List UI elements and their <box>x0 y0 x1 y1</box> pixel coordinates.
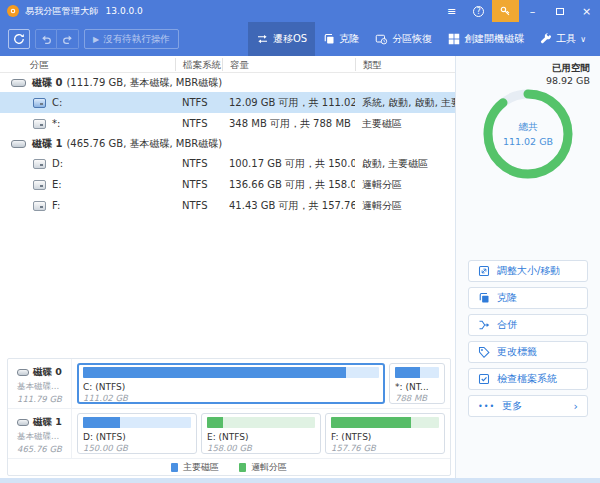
undo-button[interactable] <box>35 29 57 49</box>
bootable-disk-icon <box>448 33 460 45</box>
drive-icon <box>33 180 46 190</box>
clone-button[interactable]: 克隆 <box>468 287 588 309</box>
partition-fs: NTFS <box>175 97 222 108</box>
partition-type: 啟動, 主要磁區 <box>355 157 455 171</box>
header-filesystem: 檔案系統 <box>175 58 222 71</box>
wrench-icon <box>540 33 552 45</box>
app-logo-icon <box>7 5 19 17</box>
check-filesystem-button[interactable]: 檢查檔案系統 <box>468 368 588 390</box>
tab-tools[interactable]: 工具 ∨ <box>532 22 594 56</box>
partition-recovery-icon <box>375 33 388 45</box>
tab-label: 創建開機磁碟 <box>464 32 524 46</box>
undo-icon <box>40 33 52 45</box>
menu-icon[interactable]: ≡ <box>438 0 465 22</box>
usage-bar <box>207 417 223 428</box>
chevron-right-icon: › <box>574 400 578 413</box>
map-partition-size: 111.02 GB <box>83 393 379 403</box>
disk-detail: (111.79 GB, 基本磁碟, MBR磁碟) <box>66 76 222 90</box>
map-partition-size: 150.00 GB <box>83 443 191 453</box>
disk-1-band: 磁碟 1 基本磁碟... 465.76 GB D: (NTFS) 150.00 … <box>8 409 450 459</box>
map-partition-e[interactable]: E: (NTFS) 158.00 GB <box>201 413 321 454</box>
map-partition-f[interactable]: F: (NTFS) 157.76 GB <box>325 413 445 454</box>
map-partition-c[interactable]: C: (NTFS) 111.02 GB <box>77 363 385 404</box>
drive-icon <box>33 119 46 129</box>
sidebar-actions: 調整大小/移動 克隆 合併 <box>456 202 600 417</box>
disk-icon <box>11 140 26 148</box>
close-button[interactable]: × <box>573 0 600 22</box>
pending-operations-label: 沒有待執行操作 <box>103 33 170 46</box>
tab-label: 分區恢復 <box>392 32 432 46</box>
map-partition-label: D: (NTFS) <box>83 432 191 442</box>
disk-1-label[interactable]: 磁碟 1 基本磁碟... 465.76 GB <box>8 409 72 458</box>
disk-name: 磁碟 0 <box>33 366 62 379</box>
minimize-button[interactable]: – <box>519 0 546 22</box>
partition-name: D: <box>52 158 63 169</box>
disk-1-row[interactable]: 磁碟 1 (465.76 GB, 基本磁碟, MBR磁碟) <box>0 134 455 153</box>
tab-create-bootable-disk[interactable]: 創建開機磁碟 <box>440 22 532 56</box>
partition-capacity: 12.09 GB 可用，共 111.02 GB <box>222 96 355 110</box>
resize-move-button[interactable]: 調整大小/移動 <box>468 260 588 282</box>
map-partition-d[interactable]: D: (NTFS) 150.00 GB <box>77 413 197 454</box>
toolbar-tabs: 遷移OS 克隆 分區恢復 <box>248 22 594 56</box>
tab-partition-recovery[interactable]: 分區恢復 <box>367 22 440 56</box>
action-label: 檢查檔案系統 <box>497 372 557 386</box>
disk-detail: (465.76 GB, 基本磁碟, MBR磁碟) <box>66 137 222 151</box>
tab-clone[interactable]: 克隆 <box>315 22 367 56</box>
partition-table: 分區 檔案系統 容量 類型 磁碟 0 (111.79 GB, 基本磁碟, MBR… <box>0 56 455 216</box>
disk-icon <box>17 369 29 376</box>
action-label: 更改標籤 <box>497 345 537 359</box>
disk-name: 磁碟 1 <box>33 416 62 429</box>
usage-donut-chart <box>478 84 578 184</box>
action-label: 克隆 <box>497 291 517 305</box>
legend-logical: 邏輯分區 <box>239 461 287 474</box>
partition-row-d[interactable]: D: NTFS 100.17 GB 可用，共 150.00 GB 啟動, 主要磁… <box>0 153 455 174</box>
sidebar: 已用空間 98.92 GB 總共 111.02 GB 調整大小/移動 <box>455 56 600 483</box>
map-partition-label: E: (NTFS) <box>207 432 315 442</box>
redo-button[interactable] <box>57 29 79 49</box>
map-partition-star[interactable]: *: (NT... 788 MB <box>389 363 445 404</box>
drive-icon <box>33 201 46 211</box>
change-label-button[interactable]: 更改標籤 <box>468 341 588 363</box>
refresh-icon <box>13 33 25 45</box>
action-label: 調整大小/移動 <box>497 264 560 278</box>
partition-row-star[interactable]: *: NTFS 348 MB 可用，共 788 MB 主要磁區 <box>0 113 455 134</box>
partition-name: C: <box>52 97 62 108</box>
disk-kind: 基本磁碟... <box>17 381 71 393</box>
used-space-label: 已用空間 98.92 GB <box>546 62 590 86</box>
merge-button[interactable]: 合併 <box>468 314 588 336</box>
map-partition-label: F: (NTFS) <box>331 432 439 442</box>
disk-name: 磁碟 1 <box>32 137 62 151</box>
disk-map-panel: 磁碟 0 基本磁碟... 111.79 GB C: (NTFS) 111.02 … <box>7 358 451 476</box>
clone-icon <box>478 292 490 304</box>
partition-row-c[interactable]: C: NTFS 12.09 GB 可用，共 111.02 GB 系統, 啟動, … <box>0 92 455 113</box>
usage-bar <box>331 417 411 428</box>
help-icon[interactable]: ? <box>465 0 492 22</box>
disk-name: 磁碟 0 <box>32 76 62 90</box>
activation-key-button[interactable] <box>492 0 519 22</box>
play-icon: ▶ <box>93 35 99 44</box>
used-space-title: 已用空間 <box>546 62 590 75</box>
disk-0-row[interactable]: 磁碟 0 (111.79 GB, 基本磁碟, MBR磁碟) <box>0 73 455 92</box>
pending-operations-button[interactable]: ▶ 沒有待執行操作 <box>84 29 179 49</box>
check-square-icon <box>478 373 490 385</box>
legend-label: 主要磁區 <box>183 461 219 474</box>
refresh-button[interactable] <box>8 29 30 49</box>
disk-0-label[interactable]: 磁碟 0 基本磁碟... 111.79 GB <box>8 359 72 408</box>
action-label: 合併 <box>497 318 517 332</box>
tab-migrate-os[interactable]: 遷移OS <box>248 22 315 56</box>
partition-name: F: <box>52 200 60 211</box>
header-capacity: 容量 <box>222 58 355 71</box>
usage-bar <box>395 367 420 378</box>
tab-label: 遷移OS <box>273 32 307 46</box>
partition-row-f[interactable]: F: NTFS 41.43 GB 可用，共 157.76 GB 邏輯分區 <box>0 195 455 216</box>
primary-swatch-icon <box>171 463 178 472</box>
more-button[interactable]: ••• 更多 › <box>468 395 588 417</box>
partition-row-e[interactable]: E: NTFS 136.66 GB 可用，共 158.00 GB 邏輯分區 <box>0 174 455 195</box>
redo-icon <box>62 33 74 45</box>
map-partition-size: 788 MB <box>395 393 439 403</box>
maximize-button[interactable] <box>546 0 573 22</box>
bottom-strip <box>0 478 600 483</box>
partition-fs: NTFS <box>175 179 222 190</box>
map-partition-label: *: (NT... <box>395 382 439 392</box>
clone-icon <box>323 33 335 45</box>
